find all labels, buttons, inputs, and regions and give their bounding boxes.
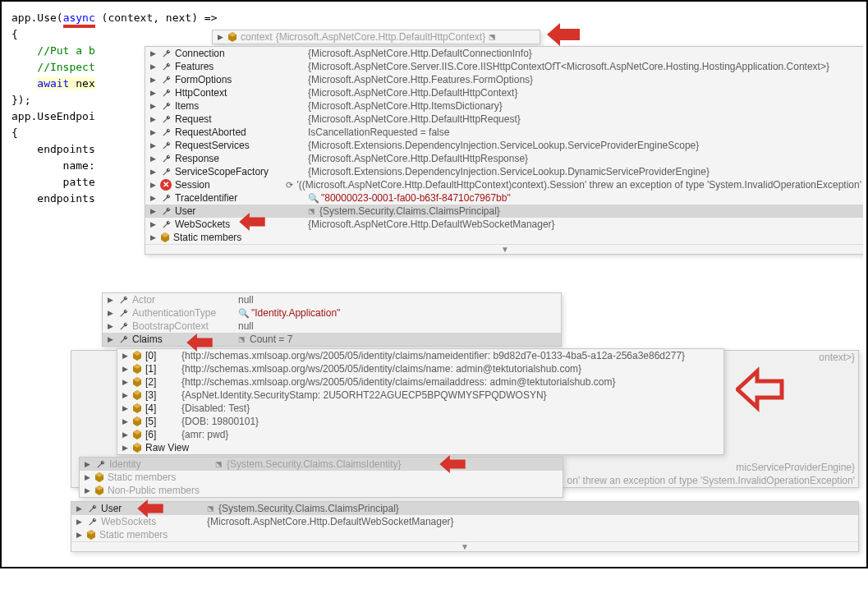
- expander-icon[interactable]: ▶: [106, 335, 114, 343]
- claim-index: [3]: [145, 389, 178, 401]
- expander-icon[interactable]: ▶: [149, 89, 157, 97]
- user-row[interactable]: ▶ User ⬔ {System.Security.Claims.ClaimsP…: [71, 502, 858, 515]
- expander-icon[interactable]: ▶: [149, 154, 157, 163]
- expander-icon[interactable]: ▶: [149, 207, 157, 215]
- claim-row[interactable]: ▶[3]{AspNet.Identity.SecurityStamp: 2U5O…: [117, 389, 723, 402]
- expander-icon[interactable]: ▶: [149, 168, 157, 176]
- claim-index: [4]: [145, 403, 178, 414]
- claim-row[interactable]: ▶[6]{amr: pwd}: [117, 428, 723, 441]
- prop-name: ServiceScopeFactory: [175, 166, 305, 177]
- property-row[interactable]: ▶HttpContext{Microsoft.AspNetCore.Http.D…: [145, 86, 863, 99]
- expander-icon[interactable]: ▶: [149, 49, 157, 58]
- property-row[interactable]: ▶RequestServices{Microsoft.Extensions.De…: [145, 139, 863, 152]
- property-row[interactable]: ▶User⬔{System.Security.Claims.ClaimsPrin…: [145, 205, 863, 218]
- prop-value: {Microsoft.AspNetCore.Http.Features.Form…: [308, 74, 533, 85]
- user-properties-head[interactable]: ▶Actornull▶AuthenticationType🔍"Identity.…: [102, 292, 562, 347]
- prop-name: Claims: [132, 334, 235, 345]
- claim-value: {DOB: 19800101}: [181, 416, 259, 427]
- property-row[interactable]: ▶AuthenticationType🔍"Identity.Applicatio…: [103, 306, 561, 320]
- property-row[interactable]: ▶TraceIdentifier🔍"80000023-0001-fa00-b63…: [145, 191, 863, 205]
- property-row[interactable]: ▶FormOptions{Microsoft.AspNetCore.Http.F…: [145, 73, 863, 86]
- pin-icon[interactable]: ⬔: [207, 504, 215, 513]
- bottom-block[interactable]: ▶ User ⬔ {System.Security.Claims.ClaimsP…: [71, 501, 859, 552]
- property-row[interactable]: ▶Response{Microsoft.AspNetCore.Http.Defa…: [145, 152, 863, 165]
- prop-name: Session: [175, 179, 282, 191]
- property-row[interactable]: ▶Actornull: [103, 293, 561, 306]
- datatip-header[interactable]: ▶ context {Microsoft.AspNetCore.Http.Def…: [212, 30, 540, 44]
- pin-icon[interactable]: ⬔: [215, 460, 223, 468]
- wrench-icon: [117, 320, 129, 332]
- pin-icon[interactable]: ⬔: [238, 335, 246, 343]
- prop-name: Features: [175, 61, 305, 72]
- property-row[interactable]: ▶WebSockets{Microsoft.AspNetCore.Http.De…: [145, 218, 863, 231]
- property-row[interactable]: ▶RequestAbortedIsCancellationRequested =…: [145, 126, 863, 139]
- claims-row[interactable]: ▶ Claims ⬔ Count = 7: [103, 333, 561, 346]
- claim-index: [6]: [145, 429, 178, 440]
- prop-name: HttpContext: [175, 87, 305, 99]
- property-row[interactable]: ▶Connection{Microsoft.AspNetCore.Http.De…: [145, 47, 863, 60]
- pin-icon[interactable]: ⬔: [489, 33, 497, 41]
- datatip-properties[interactable]: ▶Connection{Microsoft.AspNetCore.Http.De…: [145, 46, 863, 255]
- claim-value: {amr: pwd}: [181, 429, 228, 440]
- prop-name: WebSockets: [175, 219, 305, 230]
- object-icon: [132, 430, 142, 439]
- prop-value: {Microsoft.Extensions.DependencyInjectio…: [308, 166, 710, 177]
- expander-icon[interactable]: ▶: [149, 62, 157, 71]
- expander-icon[interactable]: ▶: [121, 444, 129, 452]
- property-row[interactable]: ▶ServiceScopeFactory{Microsoft.Extension…: [145, 165, 863, 178]
- static-row[interactable]: ▶ Static members: [71, 528, 858, 541]
- property-row[interactable]: ▶Items{Microsoft.AspNetCore.Http.ItemsDi…: [145, 99, 863, 113]
- prop-name: User: [175, 205, 305, 217]
- resize-grip[interactable]: ▼: [145, 244, 863, 254]
- property-row[interactable]: ▶✕Session⟳'((Microsoft.AspNetCore.Http.D…: [145, 178, 863, 191]
- magnifier-icon[interactable]: 🔍: [308, 193, 318, 204]
- expander-icon[interactable]: ▶: [149, 115, 157, 123]
- wrench-icon: [160, 100, 172, 112]
- wrench-icon: [160, 219, 172, 230]
- claim-row[interactable]: ▶[2]{http://schemas.xmlsoap.org/ws/2005/…: [117, 375, 723, 389]
- expander-icon[interactable]: ▶: [149, 181, 157, 189]
- expander-icon[interactable]: ▶: [149, 233, 157, 242]
- magnifier-icon[interactable]: 🔍: [238, 308, 248, 319]
- expander-icon[interactable]: ▶: [149, 141, 157, 150]
- identity-block[interactable]: ▶ Identity ⬔ {System.Security.Claims.Cla…: [79, 457, 563, 498]
- refresh-icon[interactable]: ⟳: [286, 180, 294, 191]
- claim-row[interactable]: ▶[1]{http://schemas.xmlsoap.org/ws/2005/…: [117, 362, 723, 375]
- property-row[interactable]: ▶Static members: [145, 231, 863, 244]
- claims-list[interactable]: ▶[0]{http://schemas.xmlsoap.org/ws/2005/…: [117, 348, 724, 455]
- expander-icon[interactable]: ▶: [149, 76, 157, 84]
- prop-value: {Microsoft.AspNetCore.Http.DefaultConnec…: [308, 48, 532, 59]
- claim-index: [0]: [145, 350, 178, 361]
- websockets-row[interactable]: ▶ WebSockets {Microsoft.AspNetCore.Http.…: [71, 515, 858, 528]
- pin-icon[interactable]: ⬔: [308, 207, 316, 215]
- expander-icon[interactable]: ▶: [149, 220, 157, 228]
- identity-row[interactable]: ▶ Identity ⬔ {System.Security.Claims.Cla…: [80, 458, 563, 471]
- lower-inspection-panel: ontext>} micServiceProviderEngine} on' t…: [5, 292, 863, 564]
- nonpublic-members-row[interactable]: ▶ Non-Public members: [80, 484, 563, 497]
- raw-view-row[interactable]: ▶ Raw View: [117, 441, 723, 454]
- prop-value: {Microsoft.AspNetCore.Http.DefaultHttpCo…: [308, 87, 517, 99]
- claim-value: {AspNet.Identity.SecurityStamp: 2U5ORHT2…: [181, 389, 547, 401]
- code-editor: app.Use(async (context, next) => { //Put…: [5, 5, 863, 276]
- object-icon: [132, 443, 142, 453]
- expander-icon[interactable]: ▶: [149, 194, 157, 202]
- property-row[interactable]: ▶Request{Microsoft.AspNetCore.Http.Defau…: [145, 113, 863, 126]
- wrench-icon: [160, 127, 172, 138]
- expander-icon[interactable]: ▶: [216, 33, 224, 41]
- property-row[interactable]: ▶BootstrapContextnull: [103, 320, 561, 333]
- resize-grip[interactable]: ▼: [71, 541, 858, 551]
- property-row[interactable]: ▶Features{Microsoft.AspNetCore.Server.II…: [145, 60, 863, 73]
- prop-value: IsCancellationRequested = false: [308, 127, 449, 138]
- claim-row[interactable]: ▶[0]{http://schemas.xmlsoap.org/ws/2005/…: [117, 349, 723, 362]
- code-text: app.Use(: [11, 12, 63, 24]
- prop-value: Count = 7: [250, 334, 292, 345]
- expander-icon[interactable]: ▶: [149, 128, 157, 136]
- claim-row[interactable]: ▶[5]{DOB: 19800101}: [117, 415, 723, 428]
- static-members-row[interactable]: ▶ Static members: [80, 471, 563, 484]
- prop-name: RequestAborted: [175, 127, 305, 138]
- expander-icon[interactable]: ▶: [149, 102, 157, 110]
- var-name: context: [241, 31, 273, 43]
- prop-name: FormOptions: [175, 74, 305, 85]
- claim-row[interactable]: ▶[4]{Disabled: Test}: [117, 402, 723, 415]
- object-icon: [132, 390, 142, 400]
